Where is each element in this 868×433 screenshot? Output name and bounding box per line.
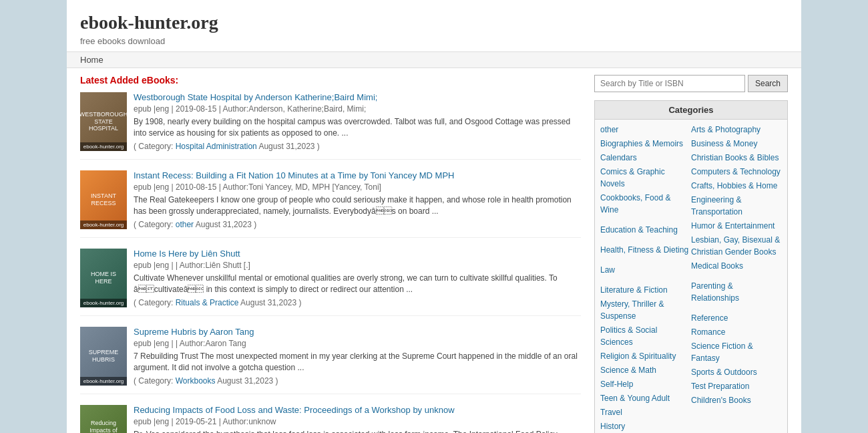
book-category: ( Category: Rituals & Practice August 31…	[134, 298, 581, 307]
book-list: WESTBOROUGH STATE HOSPITALebook-hunter.o…	[80, 92, 581, 433]
book-cover: SUPREME HUBRISebook-hunter.org	[80, 327, 127, 386]
book-cover: Reducing Impacts of Food Loss and Wastee…	[80, 405, 127, 433]
book-entry: WESTBOROUGH STATE HOSPITALebook-hunter.o…	[80, 92, 581, 160]
book-category-link[interactable]: Hospital Administration	[176, 142, 257, 151]
site-title: ebook-hunter.org	[80, 12, 788, 33]
category-link[interactable]: Teen & Young Adult	[600, 392, 691, 404]
book-entry: HOME IS HEREebook-hunter.orgHome Is Here…	[80, 249, 581, 316]
book-desc: 7 Rebuilding Trust The most unexpected m…	[134, 351, 581, 374]
book-category: ( Category: other August 31,2023 )	[134, 220, 581, 229]
book-meta: epub |eng | 2010-08-15 | Author:Toni Yan…	[134, 182, 581, 192]
category-link[interactable]: Test Preparation	[691, 380, 782, 392]
category-link[interactable]: other	[600, 124, 691, 136]
category-link[interactable]: Politics & Social Sciences	[600, 324, 691, 348]
category-link[interactable]: Science Fiction & Fantasy	[691, 340, 782, 364]
category-link[interactable]: Business & Money	[691, 138, 782, 150]
category-link[interactable]: Calendars	[600, 152, 691, 164]
category-link[interactable]: Science & Math	[600, 364, 691, 376]
book-meta: epub |eng | | Author:Aaron Tang	[134, 339, 581, 348]
category-link[interactable]: Parenting & Relationships	[691, 280, 782, 304]
category-link[interactable]: Law	[600, 264, 691, 276]
latest-header: Latest Added eBooks:	[80, 75, 581, 86]
category-link[interactable]: Christian Books & Bibles	[691, 152, 782, 164]
category-link[interactable]: Cookbooks, Food & Wine	[600, 192, 691, 216]
book-title-link[interactable]: Instant Recess: Building a Fit Nation 10…	[134, 170, 455, 180]
categories-box: Categories otherBiographies & MemoirsCal…	[594, 100, 788, 433]
book-category-link[interactable]: Rituals & Practice	[176, 298, 239, 307]
book-cover: INSTANT RECESSebook-hunter.org	[80, 170, 127, 229]
book-entry: SUPREME HUBRISebook-hunter.orgSupreme Hu…	[80, 327, 581, 394]
book-title-link[interactable]: Westborough State Hospital by Anderson K…	[134, 92, 377, 102]
book-title-link[interactable]: Reducing Impacts of Food Loss and Waste:…	[134, 405, 455, 415]
category-link[interactable]: Crafts, Hobbies & Home	[691, 180, 782, 192]
categories-right-col: Arts & PhotographyBusiness & MoneyChrist…	[691, 124, 782, 432]
category-link[interactable]: History	[600, 420, 691, 432]
category-link[interactable]: Children's Books	[691, 394, 782, 406]
nav-home[interactable]: Home	[80, 55, 103, 65]
book-category-link[interactable]: other	[176, 220, 194, 229]
category-link[interactable]: Medical Books	[691, 260, 782, 272]
book-meta: epub |eng | | Author:Liên Shutt [.]	[134, 261, 581, 270]
book-title-link[interactable]: Supreme Hubris by Aaron Tang	[134, 327, 254, 337]
search-input[interactable]	[594, 75, 745, 92]
category-link[interactable]: Mystery, Thriller & Suspense	[600, 298, 691, 322]
category-link[interactable]: Lesbian, Gay, Bisexual & Christian Gende…	[691, 234, 782, 258]
category-link[interactable]: Biographies & Memoirs	[600, 138, 691, 150]
book-info: Home Is Here by Liên Shuttepub |eng | | …	[134, 249, 581, 307]
book-info: Reducing Impacts of Food Loss and Waste:…	[134, 405, 581, 433]
category-link[interactable]: Computers & Technology	[691, 166, 782, 178]
book-category-link[interactable]: Workbooks	[176, 376, 216, 386]
category-link[interactable]: Self-Help	[600, 378, 691, 390]
book-info: Instant Recess: Building a Fit Nation 10…	[134, 170, 581, 229]
category-link[interactable]: Religion & Spirituality	[600, 350, 691, 362]
categories-header: Categories	[595, 101, 787, 120]
book-desc: By 1908, nearly every building on the ho…	[134, 116, 581, 139]
category-link[interactable]: Engineering & Transportation	[691, 194, 782, 218]
book-desc: Dr. Vos considered the hypothesis that l…	[134, 429, 581, 433]
book-cover: HOME IS HEREebook-hunter.org	[80, 249, 127, 307]
book-title-link[interactable]: Home Is Here by Liên Shutt	[134, 249, 240, 259]
book-info: Westborough State Hospital by Anderson K…	[134, 92, 581, 151]
category-link[interactable]: Comics & Graphic Novels	[600, 166, 691, 190]
book-category: ( Category: Workbooks August 31,2023 )	[134, 376, 581, 386]
book-info: Supreme Hubris by Aaron Tangepub |eng | …	[134, 327, 581, 386]
category-link[interactable]: Literature & Fiction	[600, 284, 691, 296]
book-desc: Cultivate Whenever unskillful mental or …	[134, 273, 581, 295]
search-button[interactable]: Search	[748, 75, 788, 92]
site-subtitle: free ebooks download	[80, 36, 788, 46]
category-link[interactable]: Romance	[691, 326, 782, 338]
categories-grid: otherBiographies & MemoirsCalendarsComic…	[595, 120, 787, 433]
category-link[interactable]: Education & Teaching	[600, 224, 691, 236]
categories-left-col: otherBiographies & MemoirsCalendarsComic…	[600, 124, 691, 432]
category-link[interactable]: Health, Fitness & Dieting	[600, 244, 691, 256]
category-link[interactable]: Travel	[600, 406, 691, 418]
category-link[interactable]: Reference	[691, 312, 782, 324]
book-desc: The Real Gatekeepers I know one group of…	[134, 194, 581, 217]
book-entry: Reducing Impacts of Food Loss and Wastee…	[80, 405, 581, 433]
book-meta: epub |eng | 2019-05-21 | Author:unknow	[134, 417, 581, 426]
category-link[interactable]: Humor & Entertainment	[691, 220, 782, 232]
category-link[interactable]: Sports & Outdoors	[691, 366, 782, 378]
book-meta: epub |eng | 2019-08-15 | Author:Anderson…	[134, 104, 581, 114]
category-link[interactable]: Arts & Photography	[691, 124, 782, 136]
book-category: ( Category: Hospital Administration Augu…	[134, 142, 581, 151]
book-entry: INSTANT RECESSebook-hunter.orgInstant Re…	[80, 170, 581, 238]
book-cover: WESTBOROUGH STATE HOSPITALebook-hunter.o…	[80, 92, 127, 151]
